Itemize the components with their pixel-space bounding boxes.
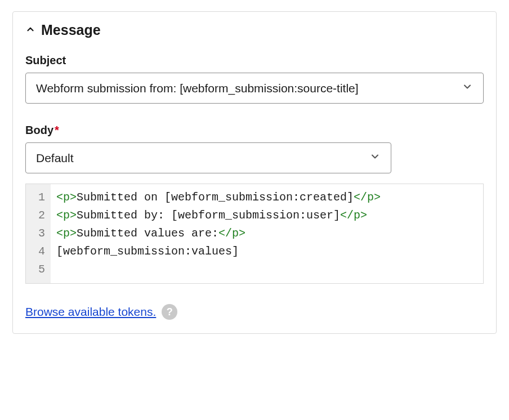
body-format-select[interactable]: Default <box>25 142 391 173</box>
line-number: 3 <box>32 225 46 243</box>
chevron-up-icon <box>25 24 35 37</box>
subject-select[interactable]: Webform submission from: [webform_submis… <box>25 73 484 104</box>
code-line: <p>Submitted values are:</p> <box>56 225 477 243</box>
subject-field: Subject Webform submission from: [webfor… <box>25 54 484 104</box>
line-number: 5 <box>32 261 46 279</box>
code-gutter: 12345 <box>26 184 51 283</box>
required-mark: * <box>55 124 59 136</box>
body-label-text: Body <box>25 124 53 136</box>
code-line: [webform_submission:values] <box>56 243 477 261</box>
code-line: <p>Submitted on [webform_submission:crea… <box>56 189 477 207</box>
message-panel-header[interactable]: Message <box>25 22 484 38</box>
body-label: Body* <box>25 124 484 137</box>
subject-label: Subject <box>25 54 484 67</box>
code-content[interactable]: <p>Submitted on [webform_submission:crea… <box>51 184 483 283</box>
code-line <box>56 261 477 279</box>
panel-footer: Browse available tokens. ? <box>25 304 484 320</box>
panel-title: Message <box>41 22 101 38</box>
body-code-editor[interactable]: 12345 <p>Submitted on [webform_submissio… <box>25 184 484 284</box>
line-number: 4 <box>32 243 46 261</box>
line-number: 2 <box>32 207 46 225</box>
subject-select-value: Webform submission from: [webform_submis… <box>36 82 359 95</box>
browse-tokens-link[interactable]: Browse available tokens. <box>25 305 156 319</box>
message-panel: Message Subject Webform submission from:… <box>12 11 497 334</box>
code-line: <p>Submitted by: [webform_submission:use… <box>56 207 477 225</box>
line-number: 1 <box>32 189 46 207</box>
help-icon[interactable]: ? <box>162 304 177 320</box>
body-field: Body* Default 12345 <p>Submitted on [web… <box>25 124 484 284</box>
body-format-value: Default <box>36 151 74 165</box>
chevron-down-icon <box>455 81 473 95</box>
chevron-down-icon <box>363 151 381 165</box>
